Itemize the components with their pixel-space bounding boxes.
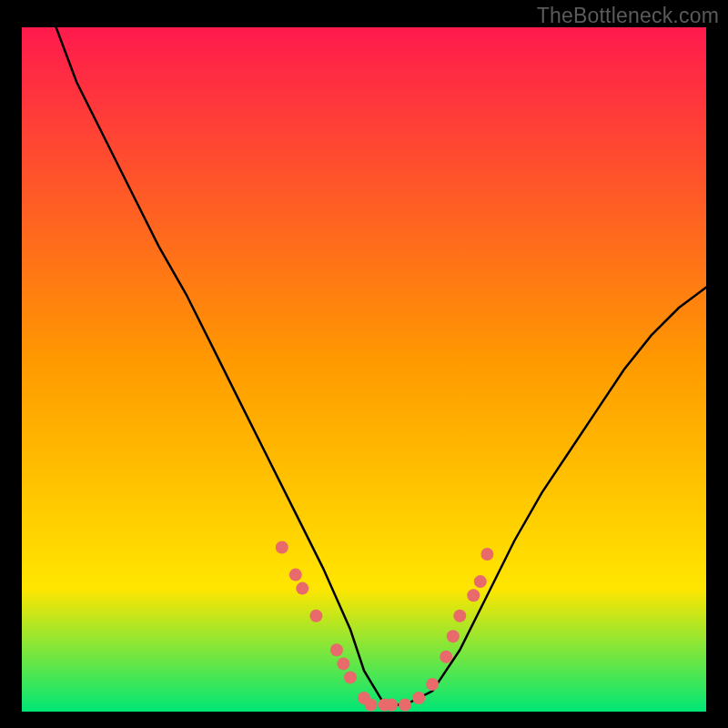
watermark-text: TheBottleneck.com [537,4,719,28]
marker-dot [385,699,398,712]
marker-dot [276,541,288,554]
marker-dot [296,582,308,595]
chart-container: TheBottleneck.com [0,0,728,728]
marker-dot [365,699,378,712]
marker-dot [467,589,480,602]
marker-dot [330,643,343,656]
marker-dot [474,575,487,588]
plot-background [22,27,706,712]
marker-dot [453,610,466,622]
marker-dot [399,699,411,712]
marker-dot [337,657,349,670]
marker-dot [480,548,493,561]
marker-dot [344,671,357,683]
marker-dot [440,651,452,663]
marker-dot [309,610,322,622]
marker-dot [289,569,302,581]
chart-svg [0,0,728,728]
marker-dot [447,630,460,642]
marker-dot [426,678,439,691]
marker-dot [412,692,425,704]
